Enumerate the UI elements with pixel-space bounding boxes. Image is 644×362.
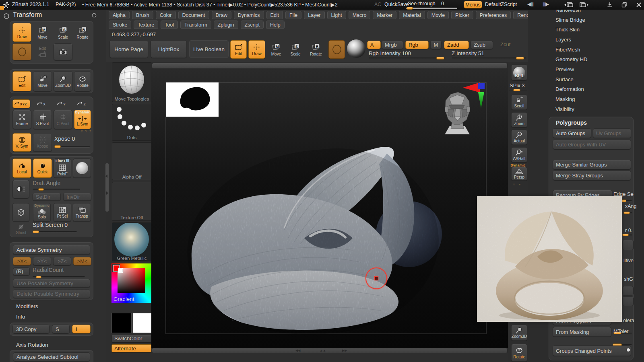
canvas-viewport[interactable] <box>151 69 508 348</box>
zcut-label[interactable]: Zcut <box>500 41 510 47</box>
move-canvas-button[interactable]: Move <box>33 71 52 91</box>
sliver-button-3[interactable] <box>622 296 634 306</box>
tool-menu-fibermesh[interactable]: FiberMesh <box>555 45 587 55</box>
analyze-selected-subtool-button[interactable]: Analyze Selected Subtool <box>13 352 90 361</box>
draft-angle-slider[interactable] <box>33 189 80 190</box>
menu-document[interactable]: Document <box>178 11 209 19</box>
angle-handle[interactable] <box>623 212 630 214</box>
shelf-edit-button[interactable]: Edit <box>230 40 247 59</box>
from-masking-button[interactable]: From Masking <box>553 327 611 337</box>
rgb-intensity-handle[interactable] <box>436 57 444 60</box>
menu-stroke[interactable]: Stroke <box>109 21 131 29</box>
tool-menu-slime-bridge[interactable]: Slime Bridge <box>555 15 587 25</box>
menu-zscript[interactable]: Zscript <box>241 21 264 29</box>
rotate-canvas-button[interactable]: Rotate <box>74 71 91 91</box>
shelf-move-button[interactable]: M Move <box>268 41 284 58</box>
tool-menu-layers[interactable]: Layers <box>555 35 587 45</box>
move-mode-button[interactable]: M Move <box>33 23 52 42</box>
palette-refresh-icon[interactable] <box>91 12 97 19</box>
menu-material[interactable]: Material <box>399 11 425 19</box>
draft-angle-handle[interactable] <box>38 188 44 191</box>
menus-button[interactable]: Menus <box>464 1 482 8</box>
tool-menu-visibility[interactable]: Visibility <box>555 104 587 114</box>
panel-divider-handle[interactable] <box>105 163 109 212</box>
switch-color-button[interactable]: SwitchColor <box>111 335 152 342</box>
zoom-button[interactable]: Zoom <box>511 112 527 128</box>
menu-light[interactable]: Light <box>327 11 346 19</box>
see-through-slider[interactable] <box>406 8 457 9</box>
rgb-intensity-slider[interactable] <box>369 58 445 59</box>
merge-stray-groups-button[interactable]: Merge Stray Groups <box>553 171 631 180</box>
zadd-button[interactable]: Zadd <box>444 41 469 49</box>
frame-button[interactable]: Frame <box>12 110 31 129</box>
menu-color[interactable]: Color <box>156 11 176 19</box>
menu-alpha[interactable]: Alpha <box>109 11 130 19</box>
xpose-button[interactable]: Xpose <box>33 133 52 152</box>
shelf-brush-preview-button[interactable] <box>328 40 345 59</box>
shelf-rotate-button[interactable]: R Rotate <box>308 41 324 58</box>
see-through-slider-handle[interactable] <box>407 7 413 10</box>
groups-changed-points-button[interactable]: Groups Changed Points <box>553 346 631 356</box>
zoom3d-button[interactable]: Zoom3D <box>54 71 72 91</box>
menu-zplugin[interactable]: Zplugin <box>214 21 238 29</box>
menu-tool[interactable]: Tool <box>161 21 178 29</box>
spix-slider[interactable] <box>509 90 527 91</box>
shelf-draw-button[interactable]: Draw <box>248 40 265 59</box>
symmetry-m-button[interactable]: >M< <box>73 257 91 265</box>
r0-slider[interactable] <box>622 234 632 236</box>
secondary-color-swatch[interactable] <box>132 313 153 333</box>
brush-tile[interactable]: Move Topologica <box>112 62 152 102</box>
angle-slider[interactable] <box>623 212 632 214</box>
r0-handle[interactable] <box>622 234 629 236</box>
actual-button[interactable]: x1 Actual <box>511 130 527 145</box>
split-screen-slider[interactable] <box>33 231 77 232</box>
strip-rotate-button[interactable]: Rotate <box>511 344 527 362</box>
menu-help[interactable]: Help <box>266 21 285 29</box>
xpose-slider[interactable] <box>54 146 90 147</box>
symmetry-z-button[interactable]: >Z< <box>53 257 71 265</box>
material-tile[interactable]: Green Metallic <box>112 222 152 261</box>
menu-picker[interactable]: Picker <box>451 11 473 19</box>
radial-symmetry-button[interactable]: (R) <box>13 267 30 276</box>
axis-rotation-label[interactable]: Axis Rotation <box>16 342 48 348</box>
s-button[interactable]: S <box>52 325 70 333</box>
solo-button[interactable]: Dynamic Solo <box>33 203 51 222</box>
tool-menu-preview[interactable]: Preview <box>555 64 587 74</box>
spix-handle[interactable] <box>513 89 520 91</box>
canvas-bottom-scrollbar[interactable]: ◀◀ ▲▲ ▶▶ <box>152 348 507 353</box>
point-selection-button[interactable]: Pt Sel <box>54 203 71 222</box>
info-label[interactable]: Info <box>16 314 25 320</box>
polyframe-button[interactable]: Line Fill PolyF <box>54 158 71 178</box>
delete-posable-symmetry-button[interactable]: Delete Posable Symmetry <box>13 289 90 298</box>
canvas-top-scrollbar[interactable] <box>152 63 507 68</box>
brush-stroke-preview-button[interactable] <box>12 43 31 60</box>
radial-count-slider[interactable] <box>33 276 85 278</box>
shelf-material-sphere[interactable] <box>347 39 365 58</box>
modifiers-label[interactable]: Modifiers <box>16 303 38 309</box>
edit-return-button[interactable]: Edit <box>33 43 52 60</box>
rotate-z-button[interactable]: Z <box>74 99 89 108</box>
rotate-y-button[interactable]: Y <box>54 99 69 108</box>
i-button[interactable]: I <box>72 325 91 333</box>
z-intensity-handle[interactable] <box>516 57 524 60</box>
quicksave-button[interactable]: QuickSave <box>384 2 409 7</box>
menu-brush[interactable]: Brush <box>132 11 153 19</box>
mrgb-button[interactable]: Mrgb <box>382 41 403 49</box>
scroll-left-icon[interactable]: ◀◀ <box>295 349 300 352</box>
tool-menu-geometry-hd[interactable]: Geometry HD <box>555 54 587 64</box>
divider-right-icon[interactable]: ||||▶ <box>543 2 549 7</box>
menu-movie[interactable]: Movie <box>427 11 449 19</box>
dock-left-panel-icon[interactable] <box>564 2 574 8</box>
rotate-xyz-button[interactable]: XYZ <box>12 99 30 108</box>
tool-menu-thick-skin[interactable]: Thick Skin <box>555 25 587 35</box>
close-icon[interactable] <box>636 2 642 8</box>
menu-edit[interactable]: Edit <box>266 11 283 19</box>
split-screen-handle[interactable] <box>33 230 39 233</box>
alternate-button[interactable]: Alternate <box>111 344 152 352</box>
use-posable-symmetry-button[interactable]: Use Posable Symmetry <box>13 279 90 288</box>
scroll-center-icon[interactable]: ▲▲ <box>320 349 326 352</box>
menu-marker[interactable]: Marker <box>373 11 396 19</box>
polygroups-title[interactable]: Polygroups <box>556 119 587 126</box>
alpha-tile[interactable]: Alpha Off <box>112 142 152 180</box>
tool-menu-deformation[interactable]: Deformation <box>555 84 587 95</box>
